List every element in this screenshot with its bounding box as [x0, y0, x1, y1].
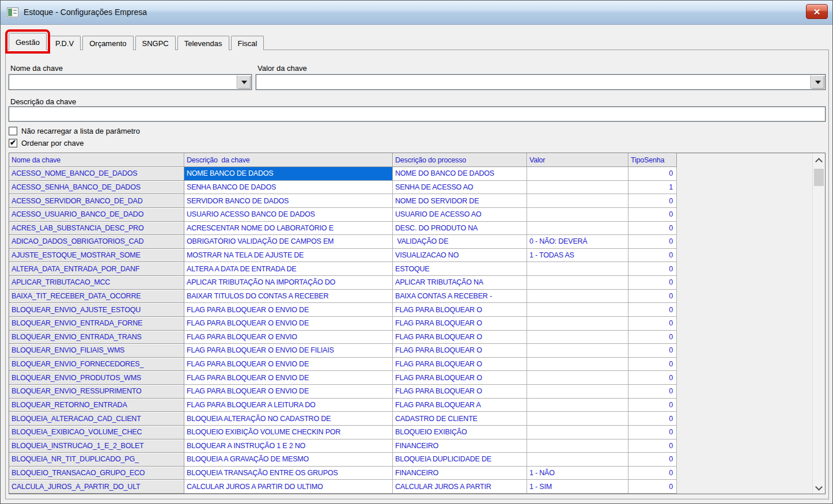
cell-tiposenha[interactable]: 0 [628, 480, 677, 494]
tab-sngpc[interactable]: SNGPC [135, 36, 176, 50]
nome-da-chave-input[interactable] [10, 76, 236, 88]
cell-valor[interactable] [527, 262, 628, 276]
cell-descricao-da-chave[interactable]: FLAG PARA BLOQUEAR O ENVIO DE [184, 371, 393, 385]
cell-nome-da-chave[interactable]: BLOQUEAR_ENVIO_AJUSTE_ESTOQU [9, 303, 184, 317]
cell-nome-da-chave[interactable]: BLOQUEAR_ENVIO_ENTRADA_TRANS [9, 331, 184, 344]
cell-descricao-do-processo[interactable]: FLAG PARA BLOQUEAR O [393, 317, 527, 331]
cell-descricao-do-processo[interactable]: CALCULAR JUROS A PARTIR [393, 480, 527, 494]
cell-tiposenha[interactable]: 0 [628, 331, 677, 344]
cell-nome-da-chave[interactable]: BLOQUEIA_EXIBICAO_VOLUME_CHEC [9, 426, 184, 439]
cell-tiposenha[interactable]: 0 [628, 344, 677, 358]
cell-tiposenha[interactable]: 0 [628, 194, 677, 208]
table-row[interactable]: ACESSO_USUARIO_BANCO_DE_DADO USUARIO ACE… [9, 208, 812, 222]
cell-descricao-da-chave[interactable]: OBRIGATÓRIO VALIDAÇÃO DE CAMPOS EM [184, 235, 393, 249]
table-row[interactable]: ADICAO_DADOS_OBRIGATORIOS_CAD OBRIGATÓRI… [9, 235, 812, 249]
cell-valor[interactable] [527, 371, 628, 385]
cell-valor[interactable]: 1 - SIM [527, 480, 628, 494]
cell-descricao-da-chave[interactable]: FLAG PARA BLOQUEAR A LEITURA DO [184, 399, 393, 412]
column-header-descricao-da-chave[interactable]: Descrição da chave [184, 153, 393, 167]
cell-nome-da-chave[interactable]: BAIXA_TIT_RECEBER_DATA_OCORRE [9, 290, 184, 304]
cell-valor[interactable] [527, 412, 628, 426]
cell-tiposenha[interactable]: 0 [628, 426, 677, 439]
cell-valor[interactable] [527, 303, 628, 317]
scrollbar-thumb[interactable] [814, 169, 824, 186]
cell-descricao-do-processo[interactable]: FINANCEIRO [393, 467, 527, 480]
cell-descricao-do-processo[interactable]: FLAG PARA BLOQUEAR O [393, 303, 527, 317]
cell-descricao-do-processo[interactable]: FLAG PARA BLOQUEAR O [393, 385, 527, 399]
cell-descricao-do-processo[interactable]: APLICAR TRIBUTAÇÃO NA [393, 276, 527, 290]
table-row[interactable]: BLOQUEAR_ENVIO_ENTRADA_TRANS FLAG PARA B… [9, 331, 812, 344]
cell-valor[interactable] [527, 222, 628, 236]
cell-nome-da-chave[interactable]: ALTERA_DATA_ENTRADA_POR_DANF [9, 262, 184, 276]
cell-tiposenha[interactable]: 0 [628, 222, 677, 236]
cell-descricao-do-processo[interactable]: SENHA DE ACESSO AO [393, 181, 527, 195]
checkbox-row[interactable]: ✔ Não recarregar a lista de parâmetro [9, 127, 140, 135]
cell-descricao-da-chave[interactable]: SENHA BANCO DE DADOS [184, 181, 393, 195]
table-row[interactable]: ACRES_LAB_SUBSTANCIA_DESC_PRO ACRESCENTA… [9, 222, 812, 236]
checkbox-row[interactable]: ✔ Ordenar por chave [9, 139, 84, 147]
cell-nome-da-chave[interactable]: ACRES_LAB_SUBSTANCIA_DESC_PRO [9, 222, 184, 236]
cell-descricao-da-chave[interactable]: FLAG PARA BLOQUEAR O ENVIO DE [184, 385, 393, 399]
table-row[interactable]: BLOQUEAR_ENVIO_ENTRADA_FORNE FLAG PARA B… [9, 317, 812, 331]
cell-descricao-do-processo[interactable]: FLAG PARA BLOQUEAR O [393, 358, 527, 372]
table-row[interactable]: BLOQUEAR_ENVIO_FORNECEDORES_ FLAG PARA B… [9, 358, 812, 372]
cell-tiposenha[interactable]: 0 [628, 276, 677, 290]
cell-nome-da-chave[interactable]: BLOQUEIA_INSTRUCAO_1_E_2_BOLET [9, 439, 184, 453]
scroll-down-icon[interactable] [815, 483, 823, 491]
table-row[interactable]: BAIXA_TIT_RECEBER_DATA_OCORRE BAIXAR TIT… [9, 290, 812, 304]
cell-descricao-do-processo[interactable]: FLAG PARA BLOQUEAR A [393, 399, 527, 412]
cell-nome-da-chave[interactable]: CALCULA_JUROS_A_PARTIR_DO_ULT [9, 480, 184, 494]
table-row[interactable]: BLOQUEIA_EXIBICAO_VOLUME_CHEC BLOQUEIO E… [9, 426, 812, 439]
cell-descricao-do-processo[interactable]: CADASTRO DE CLIENTE [393, 412, 527, 426]
cell-valor[interactable] [527, 399, 628, 412]
table-row[interactable]: ACESSO_NOME_BANCO_DE_DADOS NOME BANCO DE… [9, 167, 812, 181]
cell-valor[interactable]: 0 - NÃO: DEVERÁ [527, 235, 628, 249]
cell-descricao-do-processo[interactable]: FLAG PARA BLOQUEAR O [393, 371, 527, 385]
table-row[interactable]: APLICAR_TRIBUTACAO_MCC APLICAR TRIBUTAÇÃ… [9, 276, 812, 290]
vertical-scrollbar[interactable] [812, 153, 825, 494]
cell-descricao-da-chave[interactable]: FLAG PARA BLOQUEAR O ENVIO DE [184, 303, 393, 317]
nome-da-chave-dropdown-button[interactable] [237, 75, 251, 89]
table-row[interactable]: BLOQUEAR_RETORNO_ENTRADA FLAG PARA BLOQU… [9, 399, 812, 412]
close-button[interactable]: ✕ [806, 4, 828, 19]
cell-tiposenha[interactable]: 0 [628, 453, 677, 467]
cell-valor[interactable] [527, 426, 628, 439]
cell-descricao-do-processo[interactable]: USUARIO DE ACESSO AO [393, 208, 527, 222]
table-row[interactable]: AJUSTE_ESTOQUE_MOSTRAR_SOME MOSTRAR NA T… [9, 249, 812, 263]
cell-nome-da-chave[interactable]: BLOQUEIO_TRANSACAO_GRUPO_ECO [9, 467, 184, 480]
descricao-da-chave-field[interactable] [9, 107, 826, 122]
table-row[interactable]: BLOQUEIA_NR_TIT_DUPLICADO_PG_ BLOQUEIA A… [9, 453, 812, 467]
checkbox-icon[interactable]: ✔ [9, 127, 17, 135]
cell-descricao-da-chave[interactable]: APLICAR TRIBUTAÇÃO NA IMPORTAÇÃO DO [184, 276, 393, 290]
table-row[interactable]: BLOQUEIA_INSTRUCAO_1_E_2_BOLET BLOQUEAR … [9, 439, 812, 453]
cell-descricao-da-chave[interactable]: FLAG PARA BLOQUEAR O ENVIO DE [184, 358, 393, 372]
cell-valor[interactable] [527, 167, 628, 181]
cell-valor[interactable] [527, 290, 628, 304]
cell-descricao-da-chave[interactable]: FLAG PARA BLOQUEAR O ENVIO DE [184, 317, 393, 331]
cell-tiposenha[interactable]: 0 [628, 249, 677, 263]
table-row[interactable]: BLOQUEAR_ENVIO_PRODUTOS_WMS FLAG PARA BL… [9, 371, 812, 385]
cell-tiposenha[interactable]: 1 [628, 181, 677, 195]
cell-tiposenha[interactable]: 0 [628, 317, 677, 331]
tab-televendas[interactable]: Televendas [177, 36, 229, 50]
cell-descricao-do-processo[interactable]: NOME DO SERVIDOR DE [393, 194, 527, 208]
cell-tiposenha[interactable]: 0 [628, 467, 677, 480]
cell-descricao-da-chave[interactable]: BLOQUEIA TRANSAÇÃO ENTRE OS GRUPOS [184, 467, 393, 480]
column-header-tiposenha[interactable]: TipoSenha [628, 153, 677, 167]
cell-descricao-da-chave[interactable]: BLOQUEIO EXIBIÇÃO VOLUME CHECKIN POR [184, 426, 393, 439]
scroll-up-icon[interactable] [815, 158, 823, 165]
table-row[interactable]: ACESSO_SERVIDOR_BANCO_DE_DAD SERVIDOR BA… [9, 194, 812, 208]
cell-nome-da-chave[interactable]: BLOQUEAR_ENVIO_FILIAIS_WMS [9, 344, 184, 358]
column-header-descricao-do-processo[interactable]: Descrição do processo [393, 153, 527, 167]
cell-descricao-do-processo[interactable]: DESC. DO PRODUTO NA [393, 222, 527, 236]
cell-descricao-da-chave[interactable]: BAIXAR TITULOS DO CONTAS A RECEBER [184, 290, 393, 304]
nome-da-chave-combobox[interactable] [9, 74, 252, 90]
cell-nome-da-chave[interactable]: BLOQUEIA_NR_TIT_DUPLICADO_PG_ [9, 453, 184, 467]
table-row[interactable]: BLOQUEAR_ENVIO_FILIAIS_WMS FLAG PARA BLO… [9, 344, 812, 358]
table-row[interactable]: ACESSO_SENHA_BANCO_DE_DADOS SENHA BANCO … [9, 181, 812, 195]
cell-descricao-da-chave[interactable]: ALTERA A DATA DE ENTRADA DE [184, 262, 393, 276]
cell-tiposenha[interactable]: 0 [628, 262, 677, 276]
cell-nome-da-chave[interactable]: BLOQUEIA_ALTERACAO_CAD_CLIENT [9, 412, 184, 426]
cell-valor[interactable] [527, 344, 628, 358]
checkbox-icon[interactable]: ✔ [9, 139, 17, 147]
